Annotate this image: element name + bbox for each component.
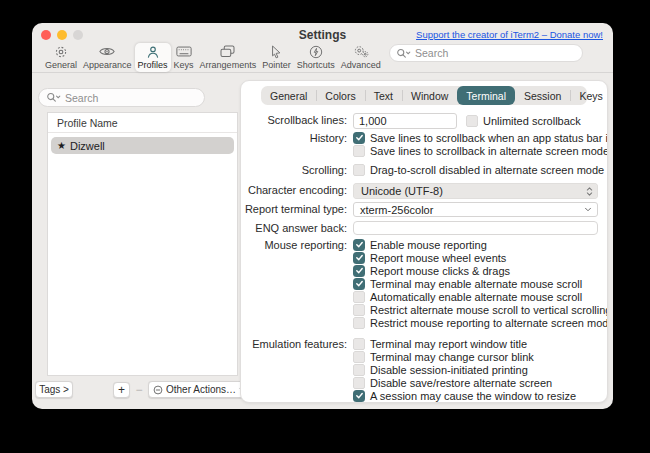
profile-list: Profile Name ★ Dizwell [47, 112, 238, 376]
traffic-lights [41, 30, 83, 40]
report-terminal-type-value: xterm-256color [360, 204, 433, 216]
toolbar-search-field[interactable]: Search [389, 44, 583, 62]
toolbar-item-profiles[interactable]: Profiles [135, 43, 171, 72]
cursor-arrow-icon [270, 44, 282, 59]
mouse-checkbox-6[interactable] [353, 317, 365, 329]
scrollback-lines-label: Scrollback lines: [241, 113, 353, 126]
chevron-down-icon [584, 207, 592, 212]
gear-icon [54, 44, 68, 59]
report-terminal-type-combo[interactable]: xterm-256color [353, 202, 598, 217]
mouse-checkbox-0[interactable] [353, 239, 365, 251]
mouse-reporting-label: Mouse reporting: [241, 238, 353, 251]
mouse-checkbox-2[interactable] [353, 265, 365, 277]
profile-name: Dizwell [70, 140, 105, 152]
emulation-checkbox-4[interactable] [353, 390, 365, 402]
remove-profile-button[interactable]: − [133, 382, 145, 398]
popup-stepper-icon [586, 186, 593, 197]
history-checkbox-0[interactable] [353, 132, 365, 144]
tab-terminal[interactable]: Terminal [457, 86, 515, 105]
scrollback-lines-input[interactable] [353, 113, 457, 129]
mouse-checkbox-4[interactable] [353, 291, 365, 303]
character-encoding-value: Unicode (UTF-8) [361, 185, 443, 197]
other-actions-dropdown[interactable]: Other Actions… [148, 381, 245, 398]
search-icon [396, 48, 411, 59]
tab-session[interactable]: Session [515, 86, 570, 105]
search-placeholder: Search [415, 47, 448, 59]
titlebar: Settings Support the creator of iTerm2 –… [32, 23, 613, 43]
report-terminal-type-label: Report terminal type: [241, 202, 353, 215]
emulation-checkbox-2[interactable] [353, 364, 365, 376]
other-actions-icon [153, 385, 163, 395]
enq-answer-back-input[interactable] [353, 221, 598, 235]
tags-button[interactable]: Tags > [35, 381, 73, 398]
settings-window: Settings Support the creator of iTerm2 –… [32, 23, 613, 409]
emulation-checkbox-1[interactable] [353, 351, 365, 363]
profile-settings-pane: General Colors Text Window Terminal Sess… [240, 80, 608, 403]
tab-colors[interactable]: Colors [316, 86, 364, 105]
eye-icon [99, 44, 115, 59]
tab-text[interactable]: Text [365, 86, 402, 105]
history-checkbox-1[interactable] [353, 145, 365, 157]
enq-answer-back-label: ENQ answer back: [241, 221, 353, 234]
emulation-checkbox-3[interactable] [353, 377, 365, 389]
unlimited-scrollback-checkbox[interactable] [466, 115, 478, 127]
gears-icon [353, 44, 369, 59]
preferences-toolbar: General Appearance Profiles Keys [32, 43, 613, 73]
close-button[interactable] [41, 30, 51, 40]
toolbar-item-appearance[interactable]: Appearance [80, 43, 135, 72]
character-encoding-popup[interactable]: Unicode (UTF-8) [353, 183, 598, 199]
toolbar-item-advanced[interactable]: Advanced [338, 43, 384, 72]
toolbar-item-pointer[interactable]: Pointer [259, 43, 294, 72]
tab-general[interactable]: General [261, 86, 316, 105]
stacked-windows-icon [220, 44, 235, 59]
profile-tabs: General Colors Text Window Terminal Sess… [261, 86, 587, 105]
scrolling-checkbox-0[interactable] [353, 164, 365, 176]
donate-link[interactable]: Support the creator of iTerm2 – Donate n… [416, 29, 603, 40]
toolbar-item-shortcuts[interactable]: Shortcuts [294, 43, 338, 72]
toolbar-item-general[interactable]: General [42, 43, 80, 72]
character-encoding-label: Character encoding: [241, 183, 353, 196]
keyboard-icon [176, 44, 192, 59]
terminal-settings-form: Scrollback lines: Unlimited scrollback H… [241, 110, 607, 402]
add-profile-button[interactable]: + [113, 382, 130, 398]
emulation-features-label: Emulation features: [241, 337, 353, 350]
star-icon: ★ [57, 141, 66, 151]
mouse-checkbox-5[interactable] [353, 304, 365, 316]
profile-row[interactable]: ★ Dizwell [51, 137, 234, 154]
search-icon [46, 92, 61, 103]
zoom-button[interactable] [73, 30, 83, 40]
tab-window[interactable]: Window [402, 86, 457, 105]
toolbar-item-arrangements[interactable]: Arrangements [197, 43, 260, 72]
sidebar-footer: Tags > + − Other Actions… [35, 381, 238, 399]
unlimited-scrollback-label: Unlimited scrollback [483, 115, 581, 127]
person-icon [146, 44, 160, 59]
minimize-button[interactable] [57, 30, 67, 40]
other-actions-label: Other Actions… [166, 384, 236, 395]
bolt-circle-icon [309, 44, 323, 59]
history-label: History: [241, 131, 353, 144]
profiles-sidebar: Search Profile Name ★ Dizwell Tags > + −… [32, 74, 240, 409]
mouse-checkbox-1[interactable] [353, 252, 365, 264]
scrolling-label: Scrolling: [241, 163, 353, 176]
tab-keys[interactable]: Keys [570, 86, 608, 105]
mouse-checkbox-3[interactable] [353, 278, 365, 290]
emulation-checkbox-0[interactable] [353, 338, 365, 350]
search-placeholder: Search [65, 92, 98, 104]
profile-list-header: Profile Name [48, 113, 237, 133]
profile-search-field[interactable]: Search [38, 88, 205, 107]
toolbar-item-keys[interactable]: Keys [171, 43, 197, 72]
